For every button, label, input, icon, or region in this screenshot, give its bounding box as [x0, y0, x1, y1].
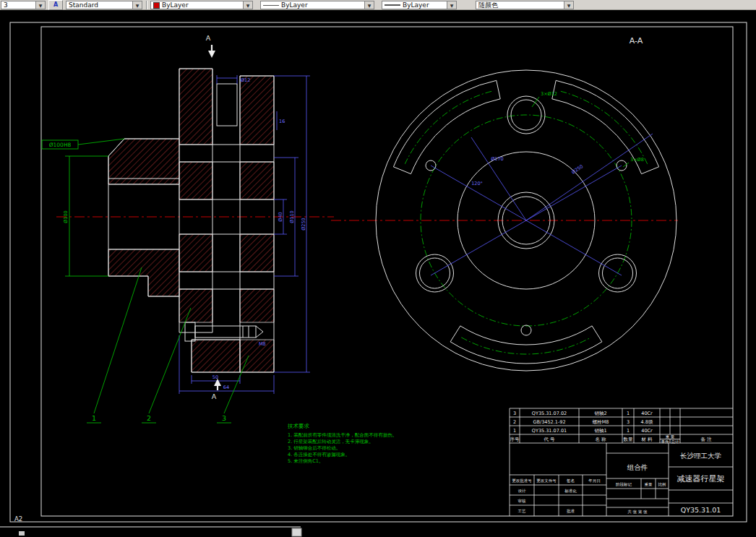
stage-label: 阶段标记 [616, 482, 632, 487]
section-view-label: A-A [630, 36, 643, 46]
note-line: 3. 销轴铆合后不得松动。 [288, 445, 340, 451]
role-design: 设计 [518, 489, 527, 493]
revision-block: 更改批准号 更改文件号 签名 年月日 设计 标准化 审核 工艺 批准 [512, 478, 601, 514]
chevron-down-icon[interactable]: ▼ [35, 1, 45, 9]
chevron-down-icon[interactable]: ▼ [243, 1, 252, 9]
role-standardize: 标准化 [564, 489, 577, 494]
col-unit: 单件 [661, 439, 670, 444]
dim-label: Ø40 [278, 212, 283, 221]
taskbar-fragment [0, 527, 301, 536]
style-combo-value: Standard [66, 1, 132, 9]
note-line: 1. 装配前所有零件须清洗干净，配合面不得有损伤。 [288, 432, 397, 438]
rev-col: 年月日 [588, 478, 601, 484]
lineweight-combo-value: ByLayer [400, 1, 447, 9]
note-line: 4. 各连接处不得有渗漏现象。 [288, 452, 350, 457]
part-seq: 1 [513, 428, 516, 434]
section-mark-bottom-label: A [212, 392, 217, 400]
balloon-2: 2 [147, 414, 151, 422]
linetype-sample-icon [263, 5, 279, 6]
sheet-size-label: A2 [14, 515, 22, 523]
properties-toolbar: 3 ▼ A Standard ▼ ByLayer ▼ ByLayer ▼ ByL… [0, 0, 756, 10]
role-craft: 工艺 [518, 509, 527, 513]
col-seq: 序号 [510, 437, 520, 442]
linetype-combo[interactable]: ByLayer ▼ [260, 1, 374, 9]
drawing-number: QY35.31.01 [681, 506, 721, 514]
rev-col: 签名 [567, 478, 575, 484]
toolbar-separator [146, 1, 147, 9]
hole-callout-label: 3×Ø8 [630, 157, 644, 163]
planet-pin [217, 84, 237, 126]
technical-notes: 技术要求 1. 装配前所有零件须清洗干净，配合面不得有损伤。 2. 行星架装配后… [287, 423, 397, 464]
lineweight-sample-icon [385, 4, 400, 6]
part-seq: 2 [513, 419, 516, 425]
kidney-slots [393, 80, 658, 364]
rev-col: 更改文件号 [536, 478, 557, 483]
col-weight: 重 量 [666, 434, 675, 439]
taskbar-icon [19, 531, 25, 536]
plotstyle-combo[interactable]: 随颜色 ▼ [476, 1, 574, 9]
part-qty: 1 [627, 411, 630, 416]
role-check: 审核 [518, 499, 527, 503]
style-combo[interactable]: Standard ▼ [66, 1, 142, 9]
part-material: 40Cr [641, 428, 653, 434]
dim-label: 120° [471, 181, 483, 186]
plotstyle-combo-value: 随颜色 [476, 1, 564, 9]
part-title-label: 减速器行星架 [677, 474, 725, 484]
part-material: 40Cr [641, 411, 653, 416]
col-remark: 备 注 [700, 437, 712, 442]
dim-label: Ø250 [301, 218, 306, 231]
assembly-label: 组合件 [627, 463, 648, 471]
chevron-down-icon[interactable]: ▼ [564, 1, 573, 9]
front-section-view[interactable]: Ø40 Ø110 Ø250 Ø12 16 50 64 M8 [42, 34, 334, 423]
title-block-right: 长沙理工大学 减速器行星架 QY35.31.01 [677, 452, 725, 514]
lineweight-combo[interactable]: ByLayer ▼ [382, 1, 457, 9]
construction-lines: Ø250 Ø170 120° [431, 134, 653, 275]
title-block: 3 QY35.31.07.02 销轴2 1 40Cr 2 GB/3452.1-9… [510, 408, 733, 516]
section-view-a-a[interactable]: A-A [331, 36, 678, 371]
parts-table: 3 QY35.31.07.02 销轴2 1 40Cr 2 GB/3452.1-9… [510, 411, 713, 444]
dim-label: Ø170 [491, 156, 504, 162]
weight-label: 重量 [645, 482, 653, 486]
text-style-icon: A [53, 2, 58, 8]
part-code: QY35.31.07.02 [532, 411, 567, 416]
color-combo[interactable]: ByLayer ▼ [150, 1, 253, 9]
rev-col: 更改批准号 [512, 478, 532, 484]
dim-label: Ø250 [570, 163, 584, 175]
dim-label: 16 [279, 119, 285, 124]
part-qty: 3 [627, 419, 630, 425]
dim-label: 64 [223, 385, 229, 390]
dim-label: Ø110 [289, 210, 295, 223]
dim-label: M8 [259, 341, 266, 347]
part-material: 4.8级 [641, 419, 653, 425]
layer-combo-value: 3 [1, 1, 35, 9]
col-material: 材 料 [640, 437, 653, 442]
color-swatch-icon [153, 2, 160, 9]
col-qty: 数量 [623, 437, 634, 442]
layer-combo[interactable]: 3 ▼ [1, 1, 46, 9]
text-style-button[interactable]: A [48, 0, 63, 10]
balloon-1: 1 [92, 414, 96, 422]
section-mark-top-label: A [206, 34, 211, 42]
pin-holes [416, 96, 637, 335]
hatched-sections [108, 69, 274, 372]
chevron-down-icon[interactable]: ▼ [132, 1, 142, 9]
chevron-down-icon[interactable]: ▼ [364, 1, 374, 9]
drawing-canvas[interactable]: Ø40 Ø110 Ø250 Ø12 16 50 64 M8 [0, 10, 756, 537]
dim-label: Ø100 [63, 210, 69, 223]
part-name: 销轴1 [593, 428, 606, 434]
role-approve: 批准 [567, 509, 575, 514]
color-combo-value: ByLayer [160, 1, 243, 9]
col-name: 名 称 [595, 437, 606, 442]
taskbar-icon[interactable] [292, 528, 301, 536]
part-code: QY35.31.07.01 [532, 428, 567, 434]
notes-title: 技术要求 [287, 423, 310, 429]
sheet-count-label: 共 张 第 张 [627, 510, 648, 515]
part-qty: 1 [627, 428, 630, 434]
fit-callout-label: Ø100H8 [49, 142, 72, 148]
linetype-combo-value: ByLayer [279, 1, 364, 9]
dim-label: Ø12 [241, 77, 250, 83]
chevron-down-icon[interactable]: ▼ [447, 1, 456, 9]
balloon-3: 3 [222, 414, 226, 422]
part-name: 螺栓M8 [593, 419, 609, 425]
col-code: 代 号 [543, 437, 555, 442]
